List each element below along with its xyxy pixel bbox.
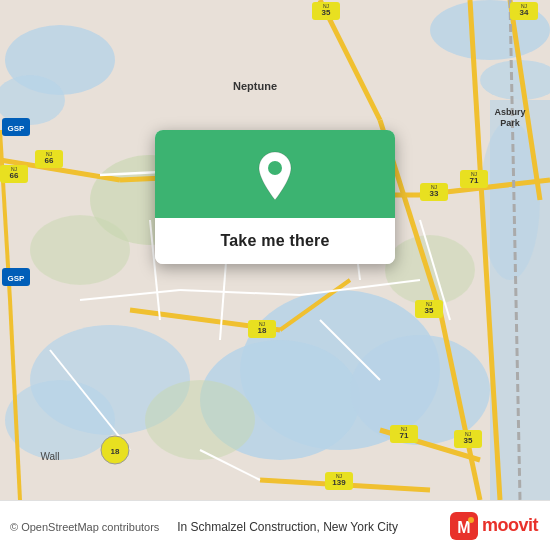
svg-text:33: 33 xyxy=(430,189,439,198)
svg-point-13 xyxy=(30,215,130,285)
svg-text:GSP: GSP xyxy=(8,274,26,283)
svg-text:Wall: Wall xyxy=(40,451,59,462)
svg-text:Neptune: Neptune xyxy=(233,80,277,92)
svg-text:NJ: NJ xyxy=(431,184,438,190)
svg-text:NJ: NJ xyxy=(259,321,266,327)
svg-text:NJ: NJ xyxy=(471,171,478,177)
svg-text:NJ: NJ xyxy=(401,426,408,432)
svg-text:71: 71 xyxy=(470,176,479,185)
svg-text:NJ: NJ xyxy=(46,151,53,157)
svg-point-9 xyxy=(5,380,115,460)
take-me-there-button[interactable]: Take me there xyxy=(155,218,395,264)
moovit-logo: M moovit xyxy=(450,512,538,540)
svg-text:NJ: NJ xyxy=(323,3,330,9)
bottom-bar: © OpenStreetMap contributors In Schmalze… xyxy=(0,500,550,550)
svg-text:18: 18 xyxy=(111,447,120,456)
svg-text:NJ: NJ xyxy=(426,301,433,307)
svg-text:Park: Park xyxy=(500,118,521,128)
svg-point-7 xyxy=(350,335,490,445)
moovit-icon: M xyxy=(450,512,478,540)
svg-point-90 xyxy=(268,161,282,175)
svg-text:66: 66 xyxy=(45,156,54,165)
svg-point-14 xyxy=(145,380,255,460)
svg-text:34: 34 xyxy=(520,8,529,17)
svg-text:NJ: NJ xyxy=(521,3,528,9)
svg-text:35: 35 xyxy=(464,436,473,445)
map-container: GSP GSP 35 NJ 66 NJ 66 NJ 33 NJ 33 NJ 35… xyxy=(0,0,550,500)
svg-text:35: 35 xyxy=(425,306,434,315)
svg-point-15 xyxy=(385,235,475,305)
svg-text:35: 35 xyxy=(322,8,331,17)
bottom-left: © OpenStreetMap contributors In Schmalze… xyxy=(10,517,398,535)
svg-point-93 xyxy=(468,517,474,523)
svg-text:66: 66 xyxy=(10,171,19,180)
moovit-text: moovit xyxy=(482,515,538,536)
location-label: In Schmalzel Construction, New York City xyxy=(177,520,398,534)
svg-text:NJ: NJ xyxy=(11,166,18,172)
card-header xyxy=(155,130,395,218)
svg-text:NJ: NJ xyxy=(336,473,343,479)
svg-text:Asbury: Asbury xyxy=(494,107,525,117)
svg-text:NJ: NJ xyxy=(465,431,472,437)
svg-text:71: 71 xyxy=(400,431,409,440)
action-card: Take me there xyxy=(155,130,395,264)
map-attribution: © OpenStreetMap contributors xyxy=(10,521,159,533)
svg-text:18: 18 xyxy=(258,326,267,335)
pin-icon xyxy=(253,150,297,202)
branding: M moovit xyxy=(450,512,538,540)
svg-text:139: 139 xyxy=(332,478,346,487)
svg-text:GSP: GSP xyxy=(8,124,26,133)
